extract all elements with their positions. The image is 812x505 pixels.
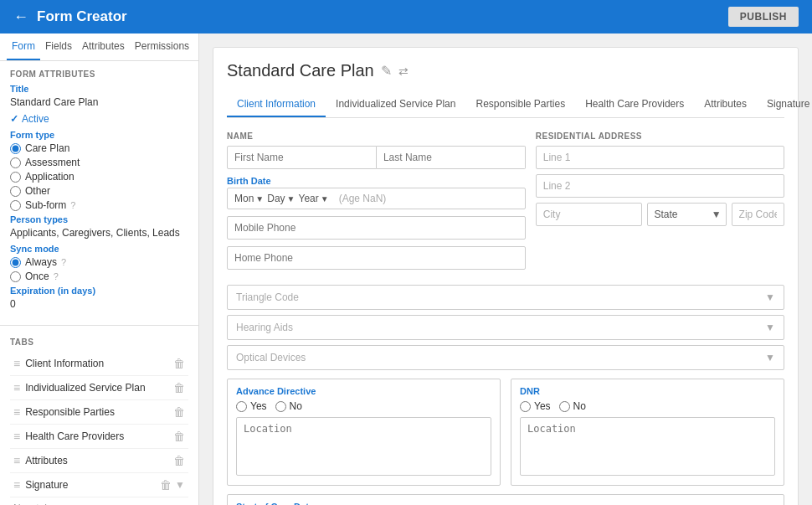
residential-address-label: RESIDENTIAL ADDRESS: [536, 131, 784, 141]
chevron-down-icon: ▼: [765, 322, 775, 333]
tab-health-care-providers[interactable]: Health Care Providers: [575, 92, 694, 117]
sync-mode-label: Sync mode: [10, 244, 188, 254]
tab-attributes[interactable]: Attributes: [694, 92, 757, 117]
tab-item-isp: Individualized Service Plan: [25, 382, 145, 394]
age-display: (Age NaN): [339, 193, 387, 204]
zip-input[interactable]: [732, 203, 784, 226]
triangle-code-dropdown[interactable]: Triangle Code ▼: [227, 285, 784, 310]
tab-responsible-parties[interactable]: Responsible Parties: [465, 92, 575, 117]
hearing-aids-label: Hearing Aids: [236, 322, 293, 333]
dnr-yes[interactable]: Yes: [520, 400, 551, 412]
dnr-title: DNR: [520, 386, 775, 396]
state-select[interactable]: State: [647, 203, 727, 226]
sidebar-tab-attributes[interactable]: Attributes: [77, 33, 130, 60]
triangle-code-label: Triangle Code: [236, 291, 299, 303]
radio-care-plan[interactable]: Care Plan: [10, 142, 188, 154]
sidebar-tab-fields[interactable]: Fields: [40, 33, 77, 60]
first-name-input[interactable]: [227, 146, 377, 169]
expiration-label: Expiration (in days): [10, 286, 188, 296]
advance-directive-yes[interactable]: Yes: [236, 400, 267, 412]
form-attributes-title: FORM ATTRIBUTES: [10, 70, 188, 79]
back-arrow-icon[interactable]: ←: [13, 8, 28, 26]
expiration-value: 0: [10, 298, 188, 310]
active-label: Active: [22, 113, 49, 125]
drag-handle-icon[interactable]: ≡: [13, 381, 20, 394]
home-phone-input[interactable]: [227, 246, 526, 270]
title-label: Title: [10, 84, 188, 94]
form-card-title: Standard Care Plan: [227, 61, 374, 80]
tab-item-attributes: Attributes: [25, 455, 68, 466]
radio-application[interactable]: Application: [10, 171, 188, 183]
dnr-location[interactable]: [520, 417, 775, 476]
chevron-down-icon: ▼: [765, 291, 775, 303]
optical-devices-label: Optical Devices: [236, 352, 306, 363]
advance-directive-no[interactable]: No: [275, 400, 302, 412]
birth-year-dropdown[interactable]: Year ▼: [299, 193, 329, 204]
tabs-section-title: TABS: [10, 338, 188, 347]
address-line1-input[interactable]: [536, 146, 784, 169]
mobile-phone-input[interactable]: [227, 216, 526, 240]
tab-signature[interactable]: Signature: [757, 92, 812, 117]
page-title: Form Creator: [37, 8, 127, 25]
birth-date-label: Birth Date: [227, 176, 526, 186]
tab-isp[interactable]: Individualized Service Plan: [326, 92, 465, 117]
form-card: Standard Care Plan ✎ ⇄ Client Informatio…: [213, 47, 799, 505]
radio-assessment[interactable]: Assessment: [10, 157, 188, 168]
hearing-aids-dropdown[interactable]: Hearing Aids ▼: [227, 315, 784, 340]
delete-tab-icon[interactable]: 🗑: [173, 430, 185, 443]
new-tab-row[interactable]: New tab... +: [10, 497, 188, 505]
delete-tab-icon[interactable]: 🗑: [173, 454, 185, 467]
advance-directive-location[interactable]: [236, 417, 491, 476]
tab-item-signature: Signature: [25, 479, 68, 491]
chevron-down-icon: ▼: [321, 194, 329, 204]
chevron-down-icon[interactable]: ▼: [175, 479, 185, 491]
last-name-input[interactable]: [377, 146, 526, 169]
sidebar-tab-form[interactable]: Form: [7, 33, 40, 60]
birth-month-dropdown[interactable]: Mon ▼: [234, 193, 264, 204]
sync-mode-group: Always ? Once ?: [10, 256, 188, 282]
optical-devices-dropdown[interactable]: Optical Devices ▼: [227, 345, 784, 370]
drag-handle-icon[interactable]: ≡: [13, 357, 20, 370]
sub-form-help-icon[interactable]: ?: [70, 200, 75, 210]
publish-button[interactable]: PUBLISH: [728, 7, 799, 27]
sidebar-tab-permissions[interactable]: Permissions: [130, 33, 194, 60]
radio-always[interactable]: Always ?: [10, 256, 188, 268]
person-types-value: Applicants, Caregivers, Clients, Leads: [10, 227, 188, 239]
radio-sub-form[interactable]: Sub-form ?: [10, 199, 188, 211]
sidebar: Form Fields Attributes Permissions FORM …: [0, 33, 199, 505]
advance-directive-title: Advance Directive: [236, 386, 491, 396]
chevron-down-icon: ▼: [765, 352, 775, 363]
drag-handle-icon[interactable]: ≡: [13, 454, 20, 467]
dnr-no[interactable]: No: [559, 400, 586, 412]
birth-day-dropdown[interactable]: Day ▼: [267, 193, 295, 204]
check-icon: ✓: [10, 113, 18, 125]
content-area: Standard Care Plan ✎ ⇄ Client Informatio…: [199, 33, 812, 505]
drag-handle-icon[interactable]: ≡: [13, 478, 20, 492]
list-item: ≡ Responsible Parties 🗑: [10, 400, 188, 425]
top-bar: ← Form Creator PUBLISH: [0, 0, 812, 33]
care-date-section: Start of Care Date Mon ▼ Day ▼ Year ▼: [227, 494, 784, 505]
list-item: ≡ Health Care Providers 🗑: [10, 425, 188, 449]
delete-tab-icon[interactable]: 🗑: [173, 357, 185, 370]
city-input[interactable]: [536, 203, 642, 226]
delete-tab-icon[interactable]: 🗑: [160, 478, 172, 492]
radio-other[interactable]: Other: [10, 185, 188, 197]
list-item: ≡ Client Information 🗑: [10, 352, 188, 376]
delete-tab-icon[interactable]: 🗑: [173, 405, 185, 419]
drag-handle-icon[interactable]: ≡: [13, 430, 20, 443]
address-line2-input[interactable]: [536, 174, 784, 198]
form-type-label: Form type: [10, 130, 188, 140]
edit-title-icon[interactable]: ✎: [381, 63, 392, 79]
tab-client-information[interactable]: Client Information: [227, 92, 326, 117]
tab-item-responsible-parties: Responsible Parties: [25, 406, 115, 418]
chevron-down-icon: ▼: [287, 194, 296, 204]
delete-tab-icon[interactable]: 🗑: [173, 381, 185, 394]
drag-handle-icon[interactable]: ≡: [13, 405, 20, 419]
pin-icon: ⇄: [398, 64, 409, 78]
always-help-icon[interactable]: ?: [61, 257, 66, 267]
content-tabs: Client Information Individualized Servic…: [227, 92, 784, 118]
radio-once[interactable]: Once ?: [10, 271, 188, 282]
once-help-icon[interactable]: ?: [54, 271, 59, 281]
list-item: ≡ Individualized Service Plan 🗑: [10, 376, 188, 400]
active-status: ✓ Active: [10, 113, 188, 125]
